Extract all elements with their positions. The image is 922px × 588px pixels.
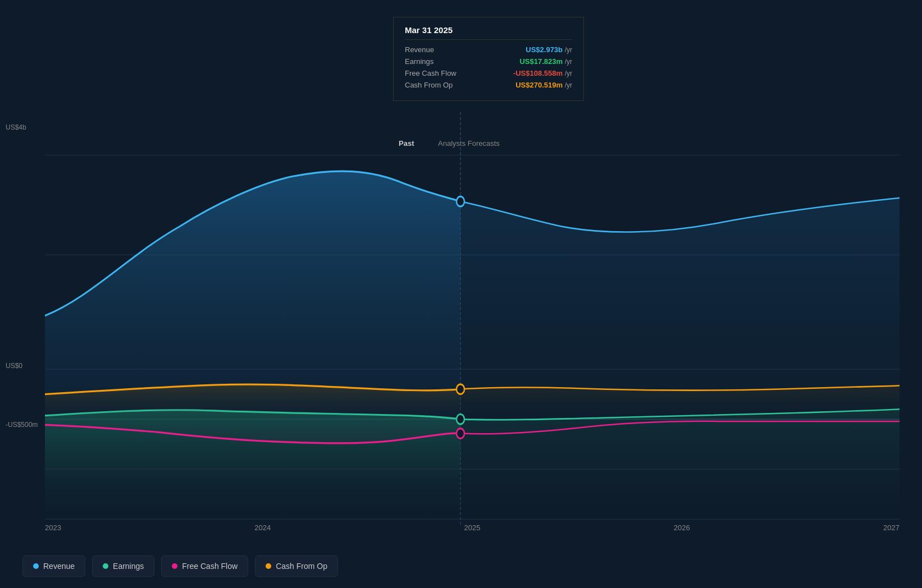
tooltip-row-revenue: Revenue US$2.973b /yr — [405, 45, 572, 54]
tooltip-value-fcf: -US$108.558m /yr — [513, 69, 572, 77]
legend-item-fcf[interactable]: Free Cash Flow — [161, 555, 248, 577]
tooltip-label-earnings: Earnings — [405, 57, 433, 66]
svg-point-10 — [457, 429, 464, 439]
legend-dot-earnings — [103, 563, 108, 569]
svg-point-7 — [457, 196, 464, 206]
y-label-4b: US$4b — [6, 123, 26, 131]
chart-container: US$4b US$0 -US$500m Mar 31 2025 Revenue … — [0, 0, 922, 588]
tooltip-label-revenue: Revenue — [405, 45, 434, 54]
chart-svg — [45, 112, 900, 526]
legend-dot-cashop — [266, 563, 271, 569]
tooltip-value-revenue: US$2.973b /yr — [526, 45, 572, 54]
legend-label-earnings: Earnings — [113, 562, 144, 571]
legend-label-fcf: Free Cash Flow — [182, 562, 238, 571]
tooltip-row-cashop: Cash From Op US$270.519m /yr — [405, 81, 572, 89]
x-label-2026: 2026 — [674, 523, 690, 532]
svg-point-9 — [457, 384, 464, 394]
tooltip-label-fcf: Free Cash Flow — [405, 69, 457, 77]
legend-item-cashop[interactable]: Cash From Op — [255, 555, 338, 577]
tooltip-value-cashop: US$270.519m /yr — [515, 81, 572, 89]
x-label-2025: 2025 — [464, 523, 481, 532]
x-axis-labels: 2023 2024 2025 2026 2027 — [45, 523, 900, 532]
y-label-negative: -US$500m — [6, 421, 38, 429]
x-label-2023: 2023 — [45, 523, 61, 532]
tooltip-row-earnings: Earnings US$17.823m /yr — [405, 57, 572, 66]
legend-item-revenue[interactable]: Revenue — [22, 555, 85, 577]
tooltip-value-earnings: US$17.823m /yr — [519, 57, 572, 66]
legend-dot-fcf — [172, 563, 177, 569]
y-label-0: US$0 — [6, 362, 22, 370]
legend-label-revenue: Revenue — [43, 562, 75, 571]
data-tooltip: Mar 31 2025 Revenue US$2.973b /yr Earnin… — [393, 17, 584, 101]
chart-legend: Revenue Earnings Free Cash Flow Cash Fro… — [22, 555, 338, 577]
x-label-2024: 2024 — [254, 523, 271, 532]
legend-item-earnings[interactable]: Earnings — [92, 555, 154, 577]
tooltip-label-cashop: Cash From Op — [405, 81, 453, 89]
tooltip-date: Mar 31 2025 — [405, 25, 572, 40]
legend-dot-revenue — [33, 563, 39, 569]
tooltip-row-fcf: Free Cash Flow -US$108.558m /yr — [405, 69, 572, 77]
x-label-2027: 2027 — [883, 523, 900, 532]
legend-label-cashop: Cash From Op — [276, 562, 327, 571]
